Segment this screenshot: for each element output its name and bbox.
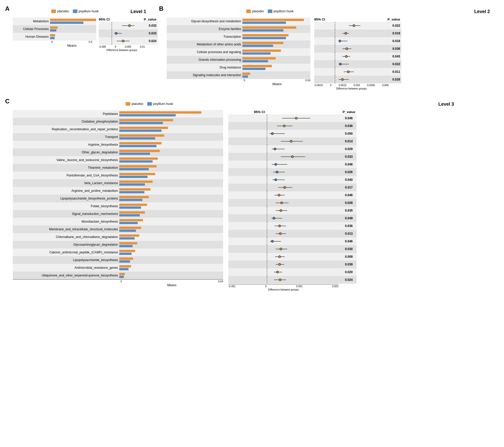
bar-row-a-0: Metabolism — [13, 17, 96, 25]
forest-row-c-18: 0.009 — [228, 253, 357, 261]
psyllum-color-c — [147, 102, 152, 106]
pval-c-10: 0.046 — [339, 193, 353, 197]
bar-row-c-19: Lipopolysaccharide_biosynthesis — [13, 256, 223, 264]
bar-psyllum-b-3 — [242, 45, 273, 47]
bar-placebo-c-12 — [119, 204, 147, 206]
ci-dot-c-16 — [271, 240, 274, 243]
bar-placebo-c-18 — [119, 250, 135, 252]
forest-row-c-0: 0.046 — [228, 114, 357, 122]
bar-label-b-3: Metabolism of other amino acids — [167, 43, 242, 46]
pval-b-3: 0.036 — [389, 47, 400, 51]
pval-b-2: 0.018 — [389, 39, 400, 43]
bar-label-b-1: Enzyme families — [167, 27, 242, 31]
ci-dot-b-6 — [347, 71, 350, 73]
bar-row-c-6: Valine,_leucine_and_isoleucine_biosynthe… — [13, 156, 223, 164]
bar-psyllum-b-4 — [242, 52, 271, 55]
bar-psyllum-c-2 — [119, 130, 162, 132]
ci-label-b: 95% CI — [314, 17, 325, 21]
bar-psyllum-b-7 — [242, 75, 248, 78]
panel-a: A placebo psyillum husk Level 1 — [5, 5, 149, 52]
forest-row-b-0: 0.022 — [314, 22, 401, 29]
ci-dot-c-17 — [280, 248, 282, 250]
forest-row-b-1: 0.019 — [314, 29, 401, 37]
bar-row-b-2: Transcription — [167, 33, 310, 41]
bar-placebo-c-17 — [119, 242, 137, 244]
ci-label-a: 95% CI — [99, 17, 110, 21]
pval-c-1: 0.036 — [339, 124, 353, 128]
bar-label-a-2: Human Diseases — [13, 35, 50, 38]
bar-placebo-b-0 — [242, 19, 304, 21]
placebo-color-a — [51, 9, 56, 13]
bar-psyllum-c-12 — [119, 206, 141, 209]
ci-dot-b-2 — [339, 40, 341, 42]
ci-dot-c-10 — [278, 194, 280, 196]
bar-label-c-18: Cationic_antimicroial_peptide_(CAMP)_res… — [13, 251, 119, 254]
forest-row-b-7: 0.029 — [314, 76, 401, 83]
forest-row-c-14: 0.036 — [228, 222, 357, 230]
ci-dot-c-1 — [283, 125, 285, 127]
bar-placebo-c-20 — [119, 265, 131, 267]
pval-c-18: 0.009 — [339, 255, 353, 259]
bar-psyllum-c-1 — [119, 122, 163, 124]
bar-psyllum-c-11 — [119, 199, 142, 201]
ci-dot-c-21 — [279, 279, 281, 281]
bar-placebo-c-6 — [119, 157, 158, 160]
bar-psyllum-c-5 — [119, 153, 150, 155]
pval-b-0: 0.022 — [389, 24, 400, 27]
bar-label-c-13: Signal_transduction_mechanisms — [13, 212, 119, 216]
bar-row-c-13: Signal_transduction_mechanisms — [13, 210, 223, 218]
bar-row-b-1: Enzyme families — [167, 25, 310, 33]
pval-c-19: 0.039 — [339, 263, 353, 266]
ci-dot-a-0 — [128, 24, 131, 27]
bar-placebo-c-9 — [119, 181, 153, 183]
psyllum-color-a — [73, 9, 77, 13]
placebo-color-b — [246, 9, 251, 13]
bar-label-c-8: Pantothenate_and_CoA_biosynthesis — [13, 174, 119, 177]
bar-placebo-b-1 — [242, 26, 296, 29]
bar-placebo-b-4 — [242, 49, 281, 52]
panel-c: C placebo psyillum husk Level 3 Peptidas… — [5, 98, 492, 291]
forest-row-b-6: 0.011 — [314, 68, 401, 76]
pval-a-0: 0.033 — [145, 24, 156, 27]
bar-label-b-0: Glycan biosynthesis and metabolism — [167, 19, 242, 23]
bar-psyllum-b-5 — [242, 60, 268, 62]
bar-row-c-5: Other_glycan_degradation — [13, 148, 223, 156]
legend-placebo-b: placebo — [246, 9, 264, 13]
bar-placebo-c-14 — [119, 219, 143, 221]
forest-row-c-11: 0.028 — [228, 199, 357, 207]
ci-dot-c-5 — [291, 155, 294, 158]
psyllum-color-b — [268, 9, 272, 13]
bar-row-c-12: Folate_biosynthesis — [13, 202, 223, 210]
bar-label-c-7: Thiamine_metabolism — [13, 166, 119, 170]
ci-dot-c-18 — [278, 255, 281, 258]
forest-row-c-10: 0.046 — [228, 191, 357, 199]
ci-dot-b-5 — [339, 63, 342, 65]
bar-psyllum-a-2 — [50, 37, 55, 39]
means-label-a: Means — [13, 44, 92, 47]
pval-c-11: 0.028 — [339, 201, 353, 205]
means-label-b: Means — [167, 82, 310, 86]
bar-placebo-c-4 — [119, 142, 162, 144]
bar-placebo-b-7 — [242, 73, 250, 75]
bar-row-a-1: Cellular Processes — [13, 25, 96, 33]
panel-a-title: Level 1 — [131, 9, 146, 14]
pval-a-2: 0.024 — [145, 39, 156, 43]
pval-c-0: 0.046 — [339, 116, 353, 120]
bar-placebo-c-3 — [119, 134, 164, 137]
panel-b: B placebo psyillum husk Level 2 — [159, 5, 492, 90]
bar-row-c-11: Lipopolysaccharide_biosynthesis_proteins — [13, 195, 223, 202]
bar-label-c-20: Antimicrobial_resistance_genes — [13, 266, 119, 270]
forest-row-a-1: 0.033 — [99, 29, 158, 37]
ci-dot-a-2 — [122, 40, 124, 42]
bar-psyllum-c-19 — [119, 260, 130, 263]
forest-row-c-3: 0.014 — [228, 137, 357, 145]
bar-label-b-7: Signaling molecules and interaction — [167, 73, 242, 77]
bar-label-c-9: beta_Lactam_resistance — [13, 181, 119, 185]
main-container: A placebo psyillum husk Level 1 — [5, 5, 499, 291]
forest-row-b-3: 0.036 — [314, 45, 401, 53]
bar-psyllum-a-0 — [50, 22, 83, 24]
bar-placebo-b-6 — [242, 65, 272, 67]
diff-label-b: Difference between groups — [314, 87, 389, 90]
panel-c-legend: placebo psyillum husk — [126, 102, 173, 106]
pval-c-5: 0.033 — [339, 155, 353, 158]
